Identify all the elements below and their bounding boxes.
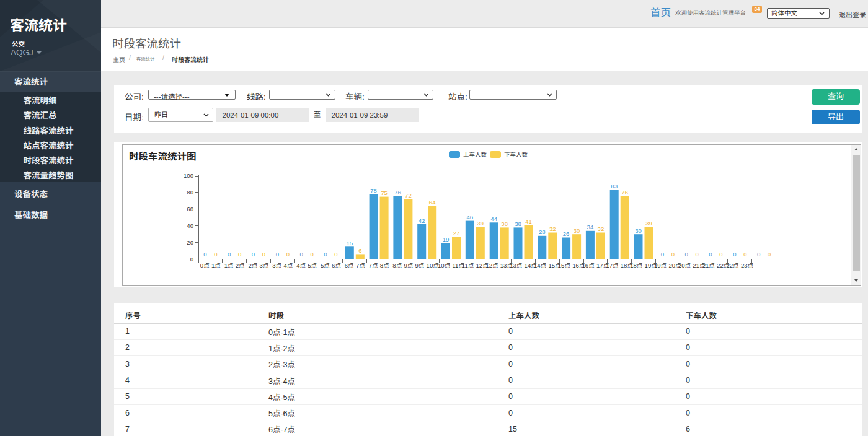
svg-text:17点-18点: 17点-18点	[606, 262, 633, 269]
svg-text:0: 0	[757, 251, 760, 258]
svg-text:28: 28	[539, 229, 546, 235]
svg-text:0: 0	[238, 251, 241, 258]
svg-text:32: 32	[549, 225, 556, 232]
svg-text:30: 30	[574, 227, 580, 234]
svg-text:46: 46	[466, 214, 473, 220]
svg-text:20: 20	[187, 239, 193, 246]
svg-text:0: 0	[286, 251, 290, 258]
svg-text:100: 100	[184, 172, 193, 179]
svg-text:72: 72	[405, 192, 412, 199]
svg-text:15点-16点: 15点-16点	[558, 262, 585, 269]
svg-text:0: 0	[252, 251, 255, 258]
svg-text:40: 40	[187, 222, 193, 229]
svg-text:83: 83	[611, 183, 618, 190]
svg-text:0: 0	[709, 251, 712, 258]
svg-text:14点-15点: 14点-15点	[534, 262, 561, 269]
svg-text:0: 0	[190, 256, 193, 263]
svg-text:0: 0	[324, 251, 327, 258]
svg-text:20点-21点: 20点-21点	[678, 262, 706, 269]
svg-text:3点-4点: 3点-4点	[272, 262, 293, 269]
svg-text:76: 76	[394, 189, 401, 196]
svg-text:30: 30	[635, 227, 642, 234]
svg-text:6点-7点: 6点-7点	[345, 262, 365, 269]
svg-text:0: 0	[696, 251, 699, 258]
svg-text:15: 15	[346, 240, 353, 246]
svg-text:18点-19点: 18点-19点	[630, 262, 657, 269]
svg-text:11点-12点: 11点-12点	[462, 262, 489, 269]
svg-text:38: 38	[515, 220, 521, 227]
svg-text:39: 39	[477, 220, 484, 227]
svg-text:13点-14点: 13点-14点	[510, 262, 537, 269]
svg-text:22点-23点: 22点-23点	[726, 262, 753, 269]
svg-text:0: 0	[671, 251, 675, 258]
svg-text:19: 19	[443, 236, 450, 243]
svg-text:0: 0	[661, 251, 664, 258]
svg-text:80: 80	[187, 189, 193, 196]
svg-text:7点-8点: 7点-8点	[369, 262, 389, 269]
svg-text:64: 64	[429, 199, 436, 206]
svg-text:38: 38	[501, 220, 508, 227]
svg-text:5点-6点: 5点-6点	[321, 262, 341, 269]
svg-text:60: 60	[187, 206, 193, 212]
svg-text:41: 41	[525, 218, 532, 225]
svg-text:8点-9点: 8点-9点	[392, 262, 413, 269]
svg-text:0: 0	[203, 251, 206, 258]
svg-text:16点-17点: 16点-17点	[582, 262, 609, 269]
svg-text:1点-2点: 1点-2点	[224, 262, 245, 269]
svg-text:9点-10点: 9点-10点	[415, 262, 440, 269]
svg-text:12点-13点: 12点-13点	[485, 262, 513, 269]
svg-text:44: 44	[490, 216, 497, 222]
svg-text:0: 0	[276, 251, 279, 258]
svg-text:0: 0	[733, 251, 736, 258]
svg-text:0点-1点: 0点-1点	[200, 262, 221, 269]
svg-text:0: 0	[262, 251, 265, 258]
svg-text:10点-11点: 10点-11点	[438, 262, 464, 269]
svg-text:2点-3点: 2点-3点	[248, 262, 268, 269]
svg-text:76: 76	[621, 189, 628, 196]
svg-text:27: 27	[453, 230, 460, 237]
svg-text:0: 0	[743, 251, 746, 258]
svg-text:0: 0	[719, 251, 722, 258]
svg-text:6: 6	[358, 247, 361, 254]
svg-text:19点-20点: 19点-20点	[654, 262, 681, 269]
svg-text:26: 26	[563, 230, 570, 237]
svg-text:0: 0	[334, 251, 337, 258]
svg-text:0: 0	[685, 251, 688, 258]
svg-text:0: 0	[300, 251, 303, 258]
svg-text:4点-5点: 4点-5点	[296, 262, 317, 269]
svg-text:34: 34	[587, 224, 594, 230]
svg-text:0: 0	[768, 251, 771, 258]
svg-text:39: 39	[645, 220, 652, 227]
svg-text:0: 0	[228, 251, 231, 258]
svg-text:0: 0	[311, 251, 314, 258]
svg-text:21点-22点: 21点-22点	[702, 262, 730, 269]
svg-text:42: 42	[418, 217, 425, 224]
svg-text:78: 78	[370, 187, 377, 194]
svg-text:75: 75	[381, 190, 388, 196]
svg-text:32: 32	[598, 225, 604, 232]
svg-text:0: 0	[214, 251, 217, 258]
